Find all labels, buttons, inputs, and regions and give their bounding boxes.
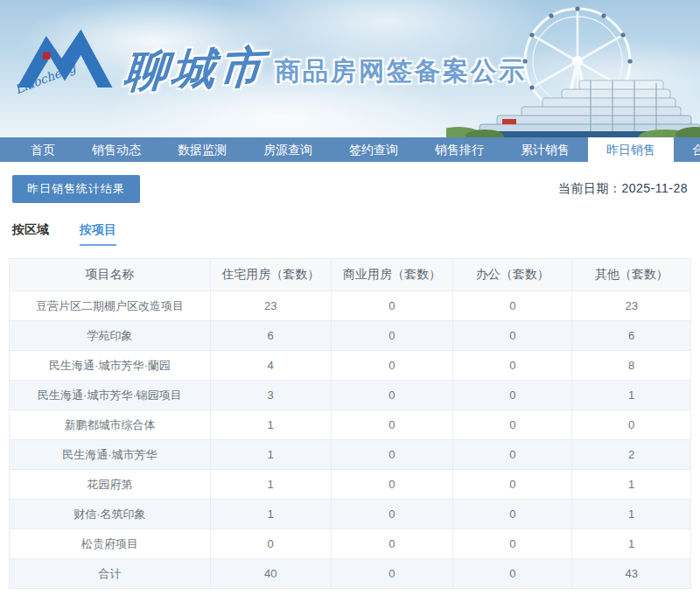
toolbar: 昨日销售统计结果 当前日期：2025-11-28	[12, 175, 688, 203]
cell-commercial: 0	[331, 529, 452, 559]
nav-item-cumulative-sales[interactable]: 累计销售	[502, 137, 588, 162]
column-header-residential: 住宅用房（套数）	[210, 259, 331, 291]
cell-project: 民生海通·城市芳华·蘭园	[10, 351, 211, 381]
column-header-commercial: 商业用房（套数）	[331, 259, 452, 291]
cell-other: 8	[572, 351, 691, 381]
cell-office: 0	[453, 500, 572, 529]
cell-commercial: 0	[331, 291, 452, 321]
cell-office: 0	[453, 470, 572, 500]
table-row: 花园府第1001	[10, 470, 691, 500]
table-row: 新鹏都城市综合体1000	[10, 410, 691, 440]
table-row: 松贵府项目0001	[10, 529, 691, 559]
cell-project: 财信·名筑印象	[10, 500, 211, 529]
table-row: 学苑印象6006	[10, 321, 691, 351]
table-row: 财信·名筑印象1001	[10, 500, 691, 529]
main-nav: 首页 销售动态 数据监测 房源查询 签约查询 销售排行 累计销售 昨日销售 合同…	[0, 137, 700, 162]
cell-project: 民生海通·城市芳华·锦园项目	[10, 381, 211, 410]
cell-project: 豆营片区二期棚户区改造项目	[10, 291, 211, 321]
cell-office: 0	[453, 440, 572, 470]
table-row: 民生海通·城市芳华1002	[10, 440, 691, 470]
column-header-project: 项目名称	[10, 259, 211, 291]
cell-other: 1	[572, 470, 691, 500]
cell-commercial: 0	[331, 381, 452, 410]
cell-commercial: 0	[331, 440, 452, 470]
cell-residential: 1	[210, 440, 331, 470]
nav-item-contract-cancellation[interactable]: 合同注销	[674, 137, 700, 162]
cell-project: 民生海通·城市芳华	[10, 440, 211, 470]
cell-project: 新鹏都城市综合体	[10, 410, 211, 440]
cell-residential: 1	[210, 470, 331, 500]
table-row: 豆营片区二期棚户区改造项目230023	[10, 291, 691, 321]
cell-residential: 6	[210, 321, 331, 351]
site-banner: Liaocheng 聊城市 商品房网签备案公示	[0, 0, 700, 137]
table-row: 民生海通·城市芳华·锦园项目3001	[10, 381, 691, 410]
table-total-row: 合计400043	[10, 559, 691, 589]
cell-office: 0	[453, 559, 572, 589]
yesterday-sales-result-button[interactable]: 昨日销售统计结果	[12, 175, 140, 203]
nav-item-signing-query[interactable]: 签约查询	[331, 137, 416, 162]
city-name: 聊城市	[122, 45, 268, 94]
cell-office: 0	[453, 291, 572, 321]
nav-item-data-monitor[interactable]: 数据监测	[159, 137, 245, 162]
cell-total-label: 合计	[10, 559, 211, 589]
cell-commercial: 0	[331, 559, 452, 589]
cell-other: 23	[572, 291, 691, 321]
nav-item-sales-activity[interactable]: 销售动态	[74, 137, 159, 162]
brand-block: Liaocheng 聊城市 商品房网签备案公示	[12, 21, 527, 102]
view-tabs: 按区域 按项目	[12, 222, 688, 246]
current-date-label: 当前日期：	[558, 181, 622, 195]
cell-other: 6	[572, 321, 691, 351]
cell-office: 0	[453, 351, 572, 381]
cell-office: 0	[453, 410, 572, 440]
cell-other: 1	[572, 529, 691, 559]
cell-residential: 1	[210, 500, 331, 529]
nav-item-home[interactable]: 首页	[12, 137, 74, 162]
cell-commercial: 0	[331, 410, 452, 440]
cell-commercial: 0	[331, 500, 452, 529]
column-header-other: 其他（套数）	[572, 259, 691, 291]
table-header-row: 项目名称 住宅用房（套数） 商业用房（套数） 办公（套数） 其他（套数）	[10, 259, 691, 291]
cell-residential: 0	[210, 529, 331, 559]
site-title: 商品房网签备案公示	[275, 59, 527, 84]
current-date-value: 2025-11-28	[621, 181, 688, 195]
cell-other: 1	[572, 500, 691, 529]
current-date: 当前日期：2025-11-28	[558, 181, 688, 197]
cell-commercial: 0	[331, 321, 452, 351]
tab-by-project[interactable]: 按项目	[80, 222, 116, 246]
liaocheng-logo-icon: Liaocheng	[12, 21, 117, 102]
cell-residential: 23	[210, 291, 331, 321]
cell-project: 松贵府项目	[10, 529, 211, 559]
cell-project: 花园府第	[10, 470, 211, 500]
tab-by-region[interactable]: 按区域	[12, 222, 49, 246]
cell-residential: 4	[210, 351, 331, 381]
sales-by-project-table: 项目名称 住宅用房（套数） 商业用房（套数） 办公（套数） 其他（套数） 豆营片…	[9, 258, 691, 589]
cell-other: 1	[572, 381, 691, 410]
cell-commercial: 0	[331, 470, 452, 500]
cell-residential: 40	[210, 559, 331, 589]
cell-office: 0	[453, 529, 572, 559]
nav-item-listing-query[interactable]: 房源查询	[245, 137, 331, 162]
cell-office: 0	[453, 381, 572, 410]
nav-item-yesterday-sales[interactable]: 昨日销售	[588, 137, 674, 162]
cell-other: 2	[572, 440, 691, 470]
column-header-office: 办公（套数）	[453, 259, 572, 291]
cell-project: 学苑印象	[10, 321, 211, 351]
nav-item-sales-ranking[interactable]: 销售排行	[416, 137, 502, 162]
cell-other: 0	[572, 410, 691, 440]
content-area: 昨日销售统计结果 当前日期：2025-11-28 按区域 按项目 项目名称 住宅…	[0, 175, 700, 589]
table-row: 民生海通·城市芳华·蘭园4008	[10, 351, 691, 381]
cell-residential: 3	[210, 381, 331, 410]
cell-residential: 1	[210, 410, 331, 440]
cell-commercial: 0	[331, 351, 452, 381]
cell-other: 43	[572, 559, 691, 589]
cell-office: 0	[453, 321, 572, 351]
